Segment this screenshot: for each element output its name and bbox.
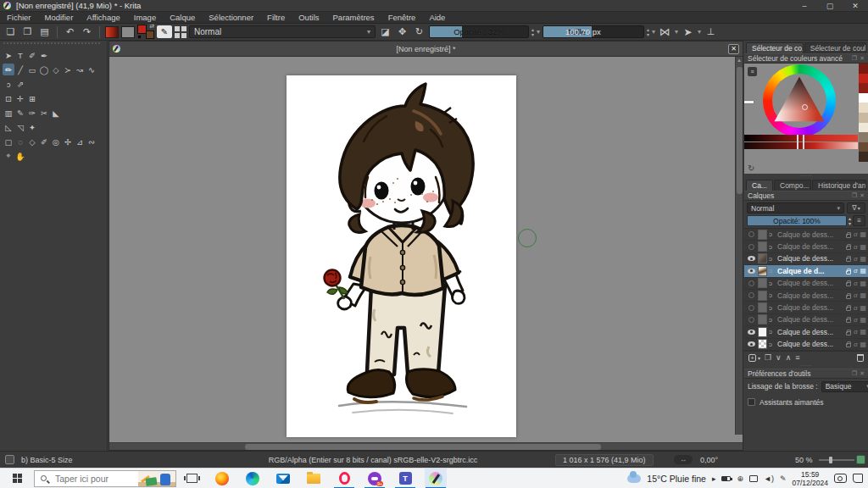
opacity-slider[interactable]: Opacité : 32% (429, 25, 529, 38)
menu-modifier[interactable]: Modifier (38, 12, 81, 24)
layer-row[interactable]: ɔ Calque de dess... α▦ (744, 229, 868, 241)
duplicate-layer-button[interactable]: ❐ (765, 353, 771, 362)
visibility-eye-icon[interactable] (746, 292, 756, 298)
color-history-column[interactable] (859, 64, 868, 162)
hidden-icons-chevron[interactable]: ▸ (712, 474, 716, 483)
size-spinner[interactable]: ▴▾ (647, 25, 649, 38)
line-tool[interactable]: ╱ (14, 64, 26, 75)
brush-size-slider[interactable]: Taille : 100,70 px (542, 25, 644, 38)
tool-options-header[interactable]: Préférences d'outils ❐✕ (744, 369, 868, 379)
layer-row[interactable]: ɔ Calque de dess... α▦ (744, 241, 868, 252)
layer-name[interactable]: Calque de dess... (777, 303, 844, 312)
taskbar-edge[interactable] (242, 469, 264, 488)
mirror-horizontal-icon[interactable]: ⋈ (658, 25, 672, 39)
menu-filtre[interactable]: Filtre (260, 12, 292, 24)
vertical-scroll-handle[interactable] (737, 67, 743, 194)
selector-settings-icon[interactable]: ≡ (748, 67, 757, 76)
lock-icon[interactable] (846, 295, 851, 299)
inherit-alpha-toggle-icon[interactable]: ▦ (860, 291, 866, 299)
calligraphy-tool[interactable]: ✒ (38, 49, 50, 61)
layer-name[interactable]: Calque de d... (777, 267, 844, 275)
start-button[interactable] (0, 469, 34, 488)
background-color-swatch[interactable] (146, 30, 154, 39)
visibility-eye-icon[interactable] (746, 269, 756, 274)
visibility-eye-icon[interactable] (746, 330, 756, 335)
opacity-options-caret[interactable]: ▾ (537, 28, 540, 36)
history-swatch[interactable] (859, 152, 868, 162)
canvas-area[interactable] (109, 57, 743, 442)
taskbar-games-app[interactable]: 9+ (364, 469, 386, 488)
taskbar-teams[interactable]: T (394, 469, 416, 488)
text-tool[interactable]: T (14, 49, 26, 61)
rectangle-tool[interactable]: ▭ (26, 64, 38, 75)
horizontal-scroll-handle[interactable] (245, 444, 601, 450)
advanced-color-selector[interactable]: ≡ (744, 64, 868, 162)
ellipse-tool[interactable]: ◯ (38, 64, 50, 75)
zoom-tool[interactable]: ⌖ (3, 150, 14, 162)
layer-name[interactable]: Calque de dess... (777, 279, 844, 287)
alpha-lock-icon[interactable]: α (854, 291, 858, 299)
multibrush-tool[interactable]: ⇗ (14, 78, 26, 90)
weather-text[interactable]: 15°C Pluie fine (647, 474, 706, 484)
layer-row[interactable]: ɔ Calque de dess... α▦ (744, 314, 868, 326)
move-layer-up-button[interactable]: ∧ (786, 353, 792, 362)
advanced-color-selector-header[interactable]: Sélecteur de couleurs avancé ❐✕ (744, 53, 868, 64)
meet-now-icon[interactable] (834, 474, 847, 483)
layer-row[interactable]: ɔ Calque de dess... α▦ (744, 326, 868, 338)
tab-color-selector[interactable]: Sélecteur de co... (746, 42, 804, 53)
layer-row[interactable]: ɔ Calque de dess... α▦ (744, 339, 868, 351)
toolbox-drag-handle[interactable] (3, 42, 100, 46)
maximize-button[interactable]: ▢ (817, 0, 843, 12)
eraser-mode-icon[interactable]: ◪ (378, 25, 392, 39)
menu-selectionner[interactable]: Sélectionner (202, 12, 260, 24)
move-tool[interactable]: ✛ (14, 92, 26, 104)
speaker-icon[interactable]: ◄) (764, 474, 774, 483)
lock-icon[interactable] (846, 331, 851, 336)
opacity-spinner[interactable]: ▴▾ (531, 25, 534, 38)
taskbar-mail[interactable] (272, 469, 294, 488)
taskbar-explorer[interactable] (303, 469, 325, 488)
alpha-lock-icon[interactable]: α (854, 341, 858, 348)
layer-name[interactable]: Calque de dess... (777, 254, 844, 263)
inherit-alpha-toggle-icon[interactable]: ▦ (860, 267, 866, 274)
layer-row[interactable]: ɔ Calque de dess... α▦ (744, 253, 868, 265)
edit-shapes-tool[interactable]: ✐ (26, 49, 38, 61)
history-swatch[interactable] (859, 142, 868, 152)
lock-icon[interactable] (846, 246, 851, 250)
alpha-lock-icon[interactable]: α (854, 328, 858, 336)
smoothing-dropdown[interactable]: Basique ▾ (821, 381, 868, 392)
rectangular-selection-tool[interactable]: ▢ (3, 136, 14, 147)
visibility-eye-icon[interactable] (746, 280, 756, 286)
battery-icon[interactable] (721, 476, 731, 481)
shade-strip-1[interactable] (744, 135, 858, 141)
history-swatch[interactable] (859, 113, 868, 123)
inherit-alpha-toggle-icon[interactable]: ▦ (860, 316, 866, 324)
smart-patch-tool[interactable]: ✂ (38, 107, 50, 119)
layer-properties-icon[interactable]: ≡ (853, 215, 865, 226)
snap-assistants-checkbox[interactable] (748, 398, 755, 406)
visibility-eye-icon[interactable] (746, 341, 756, 347)
menu-image[interactable]: Image (127, 12, 163, 24)
minimize-button[interactable]: – (792, 0, 817, 12)
history-swatch[interactable] (859, 132, 868, 142)
window-titlebar[interactable]: [Non enregistré] (41,9 Mio) * - Krita – … (0, 0, 868, 12)
magnetic-selection-tool[interactable]: ∾ (86, 136, 97, 147)
inherit-alpha-toggle-icon[interactable]: ▦ (860, 328, 866, 336)
taskbar-firefox[interactable] (211, 469, 233, 488)
network-icon[interactable]: ⊕ (737, 474, 743, 483)
lock-icon[interactable] (846, 282, 851, 286)
pan-tool[interactable]: ✋ (14, 150, 26, 162)
zoom-fit-button[interactable] (856, 455, 865, 464)
canvas-vertical-scrollbar[interactable]: ▴ (735, 57, 743, 435)
swap-colors-icon[interactable]: ⇄ (149, 23, 154, 30)
lock-icon[interactable] (846, 307, 851, 311)
new-document-icon[interactable]: ❏ (3, 25, 18, 39)
alpha-lock-icon[interactable]: α (854, 243, 858, 251)
visibility-eye-icon[interactable] (746, 244, 756, 250)
notification-center-icon[interactable] (853, 474, 863, 483)
clock[interactable]: 15:5907/12/2024 (792, 470, 828, 487)
task-view-button[interactable] (181, 469, 203, 488)
freehand-selection-tool[interactable]: ✐ (38, 136, 50, 147)
polyline-tool[interactable]: ≻ (62, 64, 74, 75)
lock-icon[interactable] (846, 258, 851, 262)
